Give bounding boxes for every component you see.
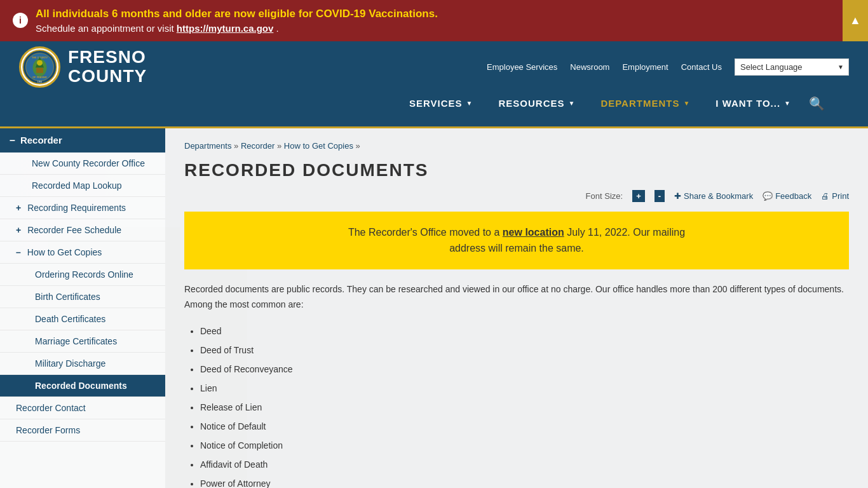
breadcrumb-departments[interactable]: Departments xyxy=(184,141,231,151)
sidebar-item-military-discharge[interactable]: Military Discharge xyxy=(0,353,165,375)
site-logo[interactable]: THE COUNTY OF FRESNO 1856 FRESNO COUNTY xyxy=(19,46,147,88)
alert-box: The Recorder's Office moved to a new loc… xyxy=(184,212,849,269)
breadcrumb-how-to-get-copies[interactable]: How to Get Copies xyxy=(284,141,353,151)
svg-rect-6 xyxy=(36,67,43,72)
sidebar-item-recorded-map-lookup[interactable]: Recorded Map Lookup xyxy=(0,175,165,197)
county-name: FRESNO COUNTY xyxy=(68,48,147,87)
share-icon: ✚ xyxy=(674,191,681,201)
font-size-label: Font Size: xyxy=(586,191,623,201)
list-item: Lien xyxy=(200,379,849,397)
font-decrease-button[interactable]: - xyxy=(654,190,665,202)
employee-services-link[interactable]: Employee Services xyxy=(487,62,557,72)
sidebar-item-label: Recorded Map Lookup xyxy=(32,180,122,191)
svg-text:1856: 1856 xyxy=(37,81,43,83)
list-item: Deed of Reconveyance xyxy=(200,360,849,378)
collapse-icon: – xyxy=(10,135,15,146)
sidebar-item-label: Recorder Contact xyxy=(16,403,86,413)
sidebar-header-recorder[interactable]: – Recorder xyxy=(0,128,165,152)
print-link[interactable]: 🖨 Print xyxy=(821,191,849,201)
sidebar-item-marriage-certificates[interactable]: Marriage Certificates xyxy=(0,330,165,353)
county-seal: THE COUNTY OF FRESNO 1856 xyxy=(19,46,60,88)
site-header: THE COUNTY OF FRESNO 1856 FRESNO COUNTY … xyxy=(0,41,868,126)
banner-text: All individuals 6 months and older are n… xyxy=(36,6,438,35)
sidebar-item-label: Recorder Forms xyxy=(16,425,80,435)
breadcrumb-separator: » xyxy=(277,141,284,151)
breadcrumb-separator: » xyxy=(234,141,241,151)
main-navigation: SERVICES ▼ RESOURCES ▼ DEPARTMENTS ▼ I W… xyxy=(19,91,849,121)
header-top: THE COUNTY OF FRESNO 1856 FRESNO COUNTY … xyxy=(19,46,849,91)
breadcrumb-end: » xyxy=(356,141,360,151)
sidebar-item-death-certificates[interactable]: Death Certificates xyxy=(0,308,165,330)
sidebar-item-new-county-recorder[interactable]: New County Recorder Office xyxy=(0,152,165,175)
list-item: Deed xyxy=(200,322,849,340)
nav-i-want-to[interactable]: I WANT TO... ▼ xyxy=(703,93,804,114)
print-icon: 🖨 xyxy=(821,191,829,201)
newsroom-link[interactable]: Newsroom xyxy=(570,62,609,72)
sidebar-item-birth-certificates[interactable]: Birth Certificates xyxy=(0,286,165,308)
list-item: Notice of Default xyxy=(200,417,849,435)
alert-text: The Recorder's Office moved to a xyxy=(348,227,499,238)
contact-us-link[interactable]: Contact Us xyxy=(681,62,722,72)
departments-caret: ▼ xyxy=(683,100,690,107)
language-selector-wrapper: Select Language Spanish Hmong Chinese Ar… xyxy=(735,58,849,76)
sidebar-item-recorder-fee-schedule[interactable]: + Recorder Fee Schedule xyxy=(0,219,165,241)
collapse-icon: – xyxy=(16,247,21,257)
sidebar-item-recording-requirements[interactable]: + Recording Requirements xyxy=(0,197,165,219)
search-button[interactable]: 🔍 xyxy=(804,91,830,116)
employment-link[interactable]: Employment xyxy=(622,62,668,72)
feedback-icon: 💬 xyxy=(763,191,773,201)
feedback-label: Feedback xyxy=(775,191,811,201)
list-item: Release of Lien xyxy=(200,398,849,416)
document-list: Deed Deed of Trust Deed of Reconveyance … xyxy=(184,322,849,488)
covid-subline: Schedule an appointment or visit xyxy=(36,23,174,34)
i-want-to-caret: ▼ xyxy=(784,100,791,107)
expand-icon: + xyxy=(16,203,21,213)
list-item: Power of Attorney xyxy=(200,475,849,488)
svg-point-7 xyxy=(37,60,43,65)
sidebar-item-label: Ordering Records Online xyxy=(35,269,133,280)
list-item: Deed of Trust xyxy=(200,341,849,359)
page-title: RECORDED DOCUMENTS xyxy=(184,160,849,180)
scroll-up-button[interactable]: ▲ xyxy=(843,0,868,41)
feedback-link[interactable]: 💬 Feedback xyxy=(763,191,811,201)
sidebar-item-label: Birth Certificates xyxy=(35,292,100,302)
font-increase-button[interactable]: + xyxy=(632,190,645,202)
resources-caret: ▼ xyxy=(568,100,575,107)
font-tools: Font Size: + - ✚ Share & Bookmark 💬 Feed… xyxy=(184,190,849,202)
sidebar-item-label: How to Get Copies xyxy=(27,247,102,257)
covid-banner: i All individuals 6 months and older are… xyxy=(0,0,868,41)
sidebar-item-ordering-records[interactable]: Ordering Records Online xyxy=(0,264,165,286)
sidebar-item-label: Recorded Documents xyxy=(35,381,127,391)
print-label: Print xyxy=(832,191,849,201)
main-content: Departments » Recorder » How to Get Copi… xyxy=(165,128,868,488)
sidebar-item-label: New County Recorder Office xyxy=(32,158,145,168)
list-item: Affidavit of Death xyxy=(200,456,849,473)
covid-link[interactable]: https://myturn.ca.gov xyxy=(177,23,274,34)
sidebar-item-label: Recorder Fee Schedule xyxy=(27,225,121,235)
sidebar-item-label: Military Discharge xyxy=(35,358,105,369)
expand-icon: + xyxy=(16,225,21,235)
nav-resources[interactable]: RESOURCES ▼ xyxy=(485,93,588,114)
language-select[interactable]: Select Language Spanish Hmong Chinese Ar… xyxy=(735,58,849,76)
sidebar-recorder-label: Recorder xyxy=(20,135,62,146)
sidebar-item-how-to-get-copies[interactable]: – How to Get Copies xyxy=(0,241,165,264)
share-bookmark-link[interactable]: ✚ Share & Bookmark xyxy=(674,191,753,201)
top-links: Employee Services Newsroom Employment Co… xyxy=(487,58,849,76)
nav-departments[interactable]: DEPARTMENTS ▼ xyxy=(588,93,703,114)
services-caret: ▼ xyxy=(466,100,473,107)
svg-text:OF FRESNO: OF FRESNO xyxy=(32,76,46,79)
breadcrumb-recorder[interactable]: Recorder xyxy=(241,141,275,151)
share-bookmark-label: Share & Bookmark xyxy=(684,191,753,201)
nav-services[interactable]: SERVICES ▼ xyxy=(397,93,486,114)
list-item: Notice of Completion xyxy=(200,437,849,454)
sidebar: – Recorder New County Recorder Office Re… xyxy=(0,128,165,488)
sidebar-item-recorded-documents[interactable]: Recorded Documents xyxy=(0,375,165,397)
covid-title: All individuals 6 months and older are n… xyxy=(36,6,438,22)
breadcrumb: Departments » Recorder » How to Get Copi… xyxy=(184,141,849,151)
sidebar-item-recorder-forms[interactable]: Recorder Forms xyxy=(0,419,165,442)
new-location-link[interactable]: new location xyxy=(503,227,564,238)
sidebar-item-label: Death Certificates xyxy=(35,314,105,324)
sidebar-item-recorder-contact[interactable]: Recorder Contact xyxy=(0,397,165,419)
sidebar-item-label: Marriage Certificates xyxy=(35,336,117,346)
sidebar-item-label: Recording Requirements xyxy=(27,203,126,213)
